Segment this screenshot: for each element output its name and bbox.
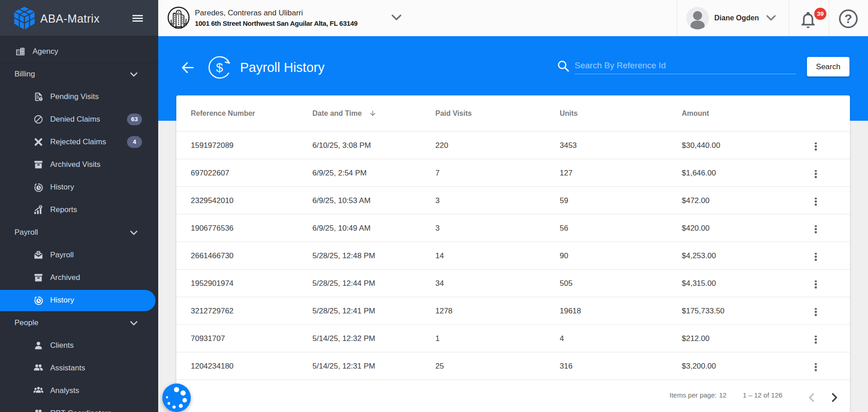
svg-text:$: $ bbox=[38, 251, 39, 255]
svg-text:$: $ bbox=[216, 61, 223, 75]
svg-text:?: ? bbox=[844, 12, 852, 26]
